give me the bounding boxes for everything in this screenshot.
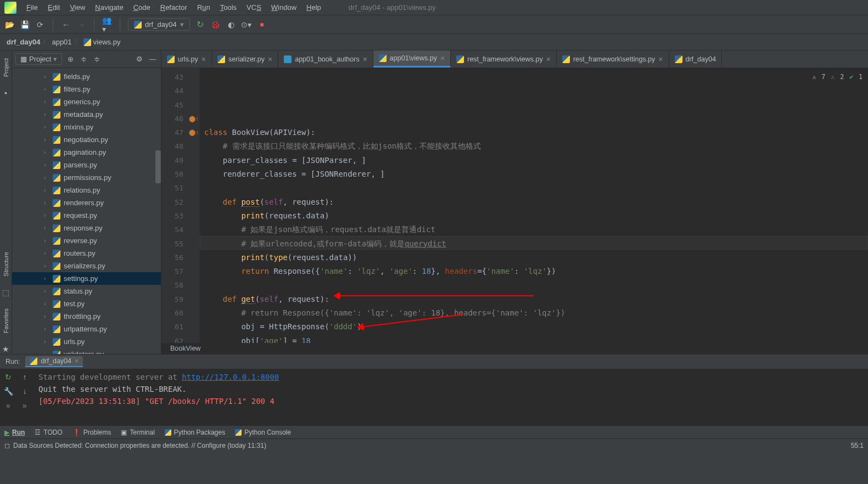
close-tab-icon[interactable]: × (363, 55, 367, 64)
tab-python-packages[interactable]: Python Packages (165, 429, 225, 436)
editor-tab[interactable]: app01\views.py× (373, 50, 451, 67)
run-tab[interactable]: drf_day04 × (25, 356, 83, 367)
close-tab-icon[interactable]: × (201, 55, 206, 64)
console-output[interactable]: Starting development server at http://12… (33, 369, 868, 425)
more-icon[interactable]: » (3, 401, 13, 410)
users-icon[interactable]: 👥▾ (102, 20, 112, 30)
open-icon[interactable]: 📂 (4, 20, 14, 30)
up-icon[interactable]: ↑ (20, 372, 30, 382)
forward-icon[interactable]: → (76, 20, 86, 30)
scrollbar-thumb[interactable] (155, 150, 161, 183)
debug-icon[interactable]: 🐞 (211, 20, 221, 30)
profile-icon[interactable]: ⊙▾ (242, 20, 251, 30)
structure-icon[interactable]: ⬚ (1, 288, 11, 297)
crumb-project[interactable]: drf_day04 (7, 38, 40, 46)
tree-item[interactable]: ›reverse.py (12, 234, 161, 247)
menu-file[interactable]: File (22, 2, 42, 13)
editor-tab[interactable]: serializer.py× (212, 50, 278, 67)
menu-run[interactable]: Run (193, 2, 215, 13)
tree-item[interactable]: ›relations.py (12, 184, 161, 196)
tree-item[interactable]: ›metadata.py (12, 108, 161, 121)
run-config-selector[interactable]: drf_day04 ▾ (128, 18, 190, 31)
run-settings-icon[interactable]: 🔧 (3, 386, 13, 396)
tab-terminal[interactable]: ▣Terminal (121, 429, 154, 436)
status-message[interactable]: Data Sources Detected: Connection proper… (13, 442, 266, 449)
close-tab-icon[interactable]: × (440, 54, 445, 63)
coverage-icon[interactable]: ◐ (226, 20, 236, 30)
editor-breadcrumb[interactable]: BookView (161, 343, 868, 354)
tree-item[interactable]: ›permissions.py (12, 171, 161, 184)
python-file-icon (53, 250, 60, 257)
tree-item[interactable]: ›settings.py (12, 272, 161, 285)
tree-item[interactable]: ›generics.py (12, 95, 161, 108)
tab-todo[interactable]: ☲TODO (35, 429, 62, 436)
quick-flags-icon[interactable]: ◻ (4, 442, 10, 449)
editor-tab[interactable]: urls.py× (161, 50, 212, 67)
hide-icon[interactable]: — (148, 54, 158, 64)
tree-item[interactable]: ›response.py (12, 222, 161, 234)
tree-item[interactable]: ›routers.py (12, 247, 161, 260)
menu-navigate[interactable]: Navigate (91, 2, 127, 13)
close-tab-icon[interactable]: × (658, 55, 663, 64)
expand-all-icon[interactable]: ≑ (79, 54, 88, 64)
crumb-module[interactable]: app01 (52, 38, 71, 46)
menu-window[interactable]: Window (267, 2, 301, 13)
tree-item[interactable]: ›urls.py (12, 335, 161, 348)
code-area[interactable]: ⚠7 ⚠2 ✔1 class BookView(APIView): # 需求是该… (200, 68, 868, 343)
structure-tool-tab[interactable]: Structure (2, 249, 10, 280)
project-view-selector[interactable]: ▦Project▾ (15, 53, 62, 65)
tree-item[interactable]: ›status.py (12, 285, 161, 297)
back-icon[interactable]: ← (61, 20, 71, 30)
down-icon[interactable]: ↓ (20, 386, 30, 396)
editor-tab[interactable]: app01_book_authors× (278, 50, 373, 67)
menu-code[interactable]: Code (129, 2, 155, 13)
favorites-tool-tab[interactable]: Favorites (2, 305, 10, 336)
editor-body[interactable]: 4344454647484950515253545556575859606162… (161, 68, 868, 343)
tree-item[interactable]: ›test.py (12, 297, 161, 310)
menu-view[interactable]: View (65, 2, 89, 13)
tree-item[interactable]: ›negotiation.py (12, 133, 161, 146)
tree-item[interactable]: ›parsers.py (12, 159, 161, 171)
tab-run[interactable]: ▶Run (4, 429, 25, 436)
tree-item[interactable]: ›validators.py (12, 348, 161, 354)
editor-tab[interactable]: drf_day04 (669, 50, 723, 67)
menu-edit[interactable]: Edit (43, 2, 64, 13)
menu-help[interactable]: Help (302, 2, 326, 13)
save-all-icon[interactable]: 💾 (20, 20, 30, 30)
tree-item[interactable]: ›mixins.py (12, 121, 161, 133)
gutter-marks[interactable]: ⬤↑⬤↑ (188, 68, 200, 343)
run-icon[interactable]: ↻ (195, 20, 205, 30)
rerun-icon[interactable]: ↻ (3, 372, 13, 382)
favorites-icon[interactable]: ★ (1, 344, 11, 354)
bookmarks-icon[interactable]: ▪ (1, 88, 11, 98)
more-icon[interactable]: » (20, 401, 30, 410)
editor-tab[interactable]: rest_framework\settings.py× (557, 50, 669, 67)
line-number-gutter[interactable]: 4344454647484950515253545556575859606162 (161, 68, 188, 343)
tree-item[interactable]: ›pagination.py (12, 146, 161, 159)
tree-item[interactable]: ›serializers.py (12, 260, 161, 272)
select-opened-icon[interactable]: ⊕ (65, 54, 75, 64)
caret-position[interactable]: 55:1 (851, 442, 864, 449)
tree-item[interactable]: ›fields.py (12, 70, 161, 83)
menu-tools[interactable]: Tools (216, 2, 241, 13)
tree-item[interactable]: ›renderers.py (12, 196, 161, 209)
sync-icon[interactable]: ⟳ (35, 20, 45, 30)
close-tab-icon[interactable]: × (268, 55, 272, 64)
close-tab-icon[interactable]: × (546, 55, 551, 64)
tab-problems[interactable]: ❗Problems (72, 429, 111, 436)
tab-python-console[interactable]: Python Console (235, 429, 291, 436)
tree-item[interactable]: ›request.py (12, 209, 161, 222)
gear-icon[interactable]: ⚙ (135, 54, 144, 64)
menu-refactor[interactable]: Refactor (156, 2, 192, 13)
tree-item[interactable]: ›filters.py (12, 83, 161, 95)
menu-vcs[interactable]: VCS (242, 2, 266, 13)
inspections-widget[interactable]: ⚠7 ⚠2 ✔1 (812, 70, 863, 84)
project-tree[interactable]: ›fields.py›filters.py›generics.py›metada… (12, 68, 161, 354)
crumb-file[interactable]: views.py (83, 38, 121, 46)
tree-item[interactable]: ›urlpatterns.py (12, 323, 161, 335)
project-tool-tab[interactable]: Project (2, 55, 10, 80)
editor-tab[interactable]: rest_framework\views.py× (451, 50, 557, 67)
tree-item[interactable]: ›throttling.py (12, 310, 161, 323)
collapse-all-icon[interactable]: ≑ (92, 54, 102, 64)
stop-icon[interactable]: ■ (257, 20, 267, 30)
